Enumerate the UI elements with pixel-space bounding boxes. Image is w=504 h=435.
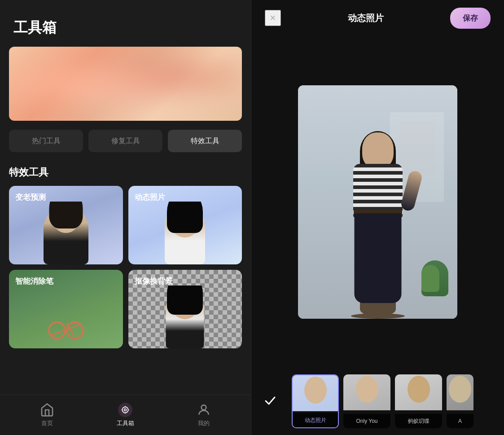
carousel-thumb-mayinaomi xyxy=(395,374,442,410)
nav-item-tools[interactable]: 工具箱 xyxy=(117,403,134,427)
carousel-area: 动态照片 Only You xyxy=(251,368,504,435)
profile-icon xyxy=(197,403,211,417)
nav-label-profile: 我的 xyxy=(198,419,210,427)
person-figure xyxy=(333,112,423,319)
carousel-item-mayinaomi[interactable]: 蚂蚁叨喋 xyxy=(395,374,442,428)
person-container xyxy=(298,85,457,319)
tab-special[interactable]: 特效工具 xyxy=(168,130,242,152)
banner-area xyxy=(9,47,242,121)
torso xyxy=(353,164,403,218)
carousel-item-partial[interactable]: A xyxy=(447,374,473,428)
tools-grid: 变老预测 动态照片 智能消除笔 xyxy=(0,186,251,348)
photo-area xyxy=(251,36,504,368)
right-panel: × 动态照片 保存 xyxy=(251,0,504,435)
tools-icon xyxy=(118,403,132,417)
nav-item-home[interactable]: 首页 xyxy=(40,403,54,427)
right-title: 动态照片 xyxy=(348,12,384,24)
head xyxy=(362,132,394,168)
carousel-item-dynamic[interactable]: 动态照片 xyxy=(292,374,339,428)
nav-label-home: 首页 xyxy=(41,419,53,427)
svg-point-1 xyxy=(124,409,127,411)
tool-card-aging[interactable]: 变老预测 xyxy=(9,186,123,264)
tool-card-live[interactable]: 动态照片 xyxy=(128,186,242,264)
left-panel: 工具箱 热门工具 修复工具 特效工具 特效工具 变老预测 动态照片 xyxy=(0,0,251,435)
carousel-thumb-dynamic xyxy=(293,375,338,411)
banner-blur-bg xyxy=(9,47,242,121)
nav-label-tools: 工具箱 xyxy=(117,419,134,427)
tab-repair[interactable]: 修复工具 xyxy=(88,130,162,152)
tool-card-cutout[interactable]: 抠像换背景 xyxy=(128,270,242,348)
tool-card-erase[interactable]: 智能消除笔 xyxy=(9,270,123,348)
left-header: 工具箱 xyxy=(0,0,251,47)
carousel-thumb-partial xyxy=(447,374,473,410)
carousel-item-onlyyou[interactable]: Only You xyxy=(343,374,390,428)
svg-point-0 xyxy=(123,407,128,413)
carousel-label-mayinaomi: 蚂蚁叨喋 xyxy=(395,414,442,428)
pants xyxy=(354,213,401,303)
save-button[interactable]: 保存 xyxy=(450,8,491,29)
svg-point-6 xyxy=(201,405,206,410)
section-title: 特效工具 xyxy=(0,157,251,186)
home-icon xyxy=(40,403,54,417)
close-button[interactable]: × xyxy=(265,10,281,26)
right-header: × 动态照片 保存 xyxy=(251,0,504,36)
carousel-label-dynamic: 动态照片 xyxy=(293,413,338,427)
bottom-nav: 首页 工具箱 我的 xyxy=(0,395,251,435)
photo-container xyxy=(298,85,457,319)
tool-label-live: 动态照片 xyxy=(135,192,165,202)
carousel-items: 动态照片 Only You xyxy=(292,374,473,428)
check-indicator xyxy=(260,391,280,410)
carousel-thumb-onlyyou xyxy=(343,374,390,410)
tool-label-cutout: 抠像换背景 xyxy=(135,276,173,286)
tool-label-aging: 变老预测 xyxy=(15,192,46,202)
carousel-label-onlyyou: Only You xyxy=(343,414,390,428)
toolbox-title: 工具箱 xyxy=(13,19,57,35)
tab-bar: 热门工具 修复工具 特效工具 xyxy=(0,121,251,157)
carousel-label-partial: A xyxy=(447,414,473,428)
nav-item-profile[interactable]: 我的 xyxy=(197,403,211,427)
tab-hot[interactable]: 热门工具 xyxy=(9,130,83,152)
tool-label-erase: 智能消除笔 xyxy=(15,276,53,286)
